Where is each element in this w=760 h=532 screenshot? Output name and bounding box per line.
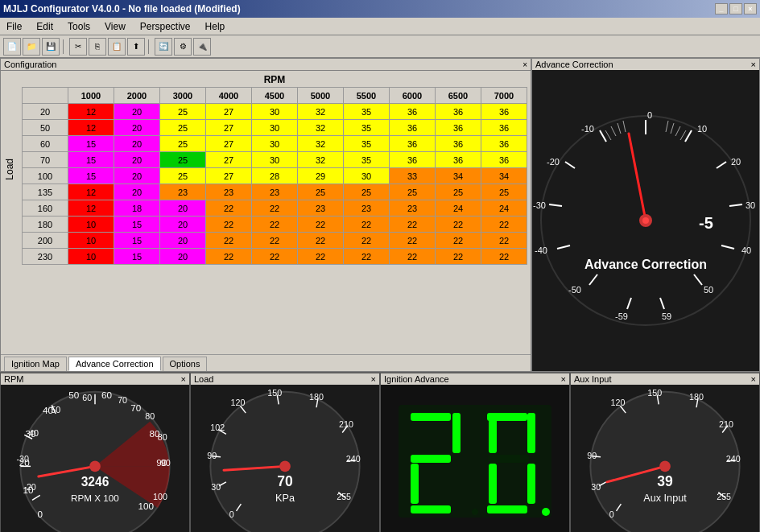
cell-8-9[interactable]: 22: [481, 233, 527, 249]
cell-6-3[interactable]: 22: [206, 200, 252, 217]
cell-5-8[interactable]: 25: [436, 184, 481, 200]
cell-3-9[interactable]: 36: [481, 152, 527, 168]
cell-7-8[interactable]: 22: [436, 217, 481, 233]
cell-4-8[interactable]: 34: [436, 168, 481, 184]
refresh-btn[interactable]: 🔄: [155, 38, 172, 56]
cell-1-7[interactable]: 36: [390, 120, 436, 136]
cell-4-4[interactable]: 28: [252, 168, 298, 184]
menu-view[interactable]: View: [101, 19, 129, 34]
cell-6-8[interactable]: 24: [436, 200, 481, 217]
cell-2-8[interactable]: 36: [436, 136, 481, 152]
cell-9-7[interactable]: 22: [390, 249, 436, 265]
cell-3-5[interactable]: 32: [298, 152, 344, 168]
menu-help[interactable]: Help: [202, 19, 229, 34]
menu-tools[interactable]: Tools: [64, 19, 93, 34]
window-controls[interactable]: _ □ ×: [715, 3, 757, 14]
cell-8-5[interactable]: 22: [298, 233, 344, 249]
cell-6-4[interactable]: 22: [252, 200, 298, 217]
cell-5-2[interactable]: 23: [160, 184, 206, 200]
cell-2-5[interactable]: 32: [298, 136, 344, 152]
save-btn[interactable]: 💾: [42, 38, 60, 56]
tab-options[interactable]: Options: [163, 357, 208, 371]
cell-0-4[interactable]: 30: [252, 104, 298, 120]
cell-8-0[interactable]: 10: [68, 233, 114, 249]
cell-3-6[interactable]: 35: [344, 152, 390, 168]
cell-0-1[interactable]: 20: [114, 104, 160, 120]
cell-6-0[interactable]: 12: [68, 200, 114, 217]
new-btn[interactable]: 📄: [3, 38, 21, 56]
cell-2-0[interactable]: 15: [68, 136, 114, 152]
settings-btn[interactable]: ⚙: [174, 38, 192, 56]
cell-7-0[interactable]: 10: [68, 217, 114, 233]
cell-4-2[interactable]: 25: [160, 168, 206, 184]
cell-9-2[interactable]: 20: [160, 249, 206, 265]
copy-btn[interactable]: ⎘: [89, 38, 106, 56]
cell-0-7[interactable]: 36: [390, 104, 436, 120]
cell-8-7[interactable]: 22: [390, 233, 436, 249]
tab-advance-correction[interactable]: Advance Correction: [68, 357, 161, 371]
cell-0-2[interactable]: 25: [160, 104, 206, 120]
cell-7-3[interactable]: 22: [206, 217, 252, 233]
cell-3-2[interactable]: 25: [160, 152, 206, 168]
cell-3-4[interactable]: 30: [252, 152, 298, 168]
cell-2-2[interactable]: 25: [160, 136, 206, 152]
cell-3-1[interactable]: 20: [114, 152, 160, 168]
cell-5-3[interactable]: 23: [206, 184, 252, 200]
cell-3-7[interactable]: 36: [390, 152, 436, 168]
cell-5-4[interactable]: 23: [252, 184, 298, 200]
cell-2-4[interactable]: 30: [252, 136, 298, 152]
cell-8-1[interactable]: 15: [114, 233, 160, 249]
cell-8-2[interactable]: 20: [160, 233, 206, 249]
cell-1-5[interactable]: 32: [298, 120, 344, 136]
cell-6-6[interactable]: 23: [344, 200, 390, 217]
cell-4-1[interactable]: 20: [114, 168, 160, 184]
minimize-btn[interactable]: _: [715, 3, 728, 14]
close-btn[interactable]: ×: [744, 3, 757, 14]
cell-5-1[interactable]: 20: [114, 184, 160, 200]
cell-1-9[interactable]: 36: [481, 120, 527, 136]
rpm-close[interactable]: ×: [181, 374, 186, 384]
cell-6-1[interactable]: 18: [114, 200, 160, 217]
cell-5-0[interactable]: 12: [68, 184, 114, 200]
menu-file[interactable]: File: [3, 19, 25, 34]
cell-1-2[interactable]: 25: [160, 120, 206, 136]
cell-2-7[interactable]: 36: [390, 136, 436, 152]
cell-8-6[interactable]: 22: [344, 233, 390, 249]
cell-9-6[interactable]: 22: [344, 249, 390, 265]
cell-7-6[interactable]: 22: [344, 217, 390, 233]
config-close[interactable]: ×: [522, 60, 527, 69]
cell-3-3[interactable]: 27: [206, 152, 252, 168]
aux-close[interactable]: ×: [751, 374, 756, 384]
cell-3-0[interactable]: 15: [68, 152, 114, 168]
cut-btn[interactable]: ✂: [69, 38, 87, 56]
cell-7-9[interactable]: 22: [481, 217, 527, 233]
cell-2-9[interactable]: 36: [481, 136, 527, 152]
cell-5-6[interactable]: 25: [344, 184, 390, 200]
cell-9-9[interactable]: 22: [481, 249, 527, 265]
cell-2-1[interactable]: 20: [114, 136, 160, 152]
cell-4-7[interactable]: 33: [390, 168, 436, 184]
cell-9-8[interactable]: 22: [436, 249, 481, 265]
cell-7-5[interactable]: 22: [298, 217, 344, 233]
cell-7-7[interactable]: 22: [390, 217, 436, 233]
cell-1-4[interactable]: 30: [252, 120, 298, 136]
cell-8-4[interactable]: 22: [252, 233, 298, 249]
cell-7-1[interactable]: 15: [114, 217, 160, 233]
cell-3-8[interactable]: 36: [436, 152, 481, 168]
cell-8-8[interactable]: 22: [436, 233, 481, 249]
cell-9-5[interactable]: 22: [298, 249, 344, 265]
menu-perspective[interactable]: Perspective: [137, 19, 194, 34]
ignition-close[interactable]: ×: [561, 374, 566, 384]
cell-7-4[interactable]: 22: [252, 217, 298, 233]
maximize-btn[interactable]: □: [729, 3, 742, 14]
cell-2-6[interactable]: 35: [344, 136, 390, 152]
menu-edit[interactable]: Edit: [33, 19, 56, 34]
cell-4-6[interactable]: 30: [344, 168, 390, 184]
cell-0-3[interactable]: 27: [206, 104, 252, 120]
cell-4-9[interactable]: 34: [481, 168, 527, 184]
cell-6-2[interactable]: 20: [160, 200, 206, 217]
cell-1-8[interactable]: 36: [436, 120, 481, 136]
cell-9-3[interactable]: 22: [206, 249, 252, 265]
tab-ignition-map[interactable]: Ignition Map: [4, 357, 67, 371]
cell-9-1[interactable]: 15: [114, 249, 160, 265]
